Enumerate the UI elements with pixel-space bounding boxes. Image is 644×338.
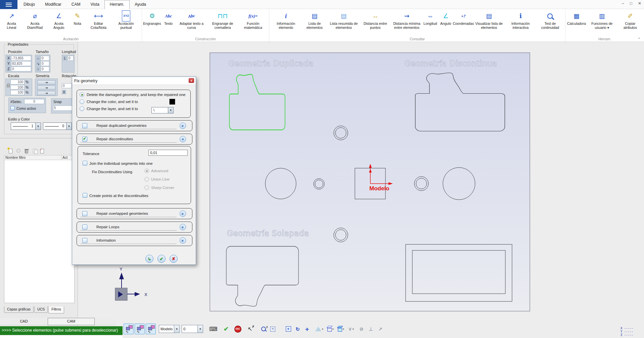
- ribbon-editar-cota-nota[interactable]: ⟷ Editar Cota/Nota: [85, 9, 112, 30]
- layer-view-toggle-2[interactable]: ∿: [135, 324, 145, 334]
- color-swatch[interactable]: [169, 99, 175, 105]
- radio-delete-damaged[interactable]: [80, 92, 84, 97]
- line-style-combo[interactable]: 1 ▼: [11, 123, 41, 130]
- mirror-vertical-button[interactable]: ⇥: [37, 91, 55, 95]
- position-value-field[interactable]: 83,825: [11, 61, 31, 66]
- delete-filter-icon[interactable]: [25, 149, 30, 154]
- repair-loops-checkbox[interactable]: [82, 225, 87, 230]
- tab-cad[interactable]: CAD: [0, 318, 48, 325]
- tab-ucs[interactable]: UCS: [34, 306, 48, 313]
- minimize-button[interactable]: –: [622, 1, 624, 6]
- radio-change-layer[interactable]: [80, 106, 84, 111]
- tolerance-field[interactable]: 0,01: [148, 150, 188, 156]
- active-layer-combo[interactable]: 0 ▼: [182, 325, 203, 333]
- radio-union-line[interactable]: [144, 177, 149, 182]
- ribbon-funcion-matematica[interactable]: f(x)= Función matemática: [238, 9, 268, 30]
- line-color-combo[interactable]: 0 ▼: [43, 123, 72, 130]
- apply-to-selection-button[interactable]: ↳: [145, 255, 153, 263]
- chevron-down-icon[interactable]: ▼: [197, 325, 203, 333]
- radio-advanced[interactable]: [144, 168, 149, 173]
- menu-vista[interactable]: Vista: [85, 0, 104, 9]
- wireframe-view-icon[interactable]: ▾: [327, 323, 334, 335]
- ribbon-nota[interactable]: ✎ Nota: [70, 9, 85, 26]
- ribbon-coordenadas[interactable]: +? Coordenadas: [453, 9, 473, 26]
- no-snap-icon[interactable]: ⊘: [358, 323, 366, 335]
- zoom-fit-icon[interactable]: +: [285, 323, 292, 335]
- ribbon-funciones-usuario[interactable]: ▥ Funciones de usuario ▾: [586, 9, 618, 30]
- menu-dibujo[interactable]: Dibujo: [18, 0, 40, 9]
- collapse-section-button[interactable]: »: [180, 136, 186, 142]
- export-filter-icon[interactable]: →: [40, 149, 46, 154]
- ribbon-acota-diam-rad[interactable]: ⌀ Acota Diam/Rad: [22, 9, 48, 30]
- ribbon-test-continuidad[interactable]: Test de continuidad: [536, 9, 564, 30]
- mirror-horizontal-button[interactable]: ⇥: [37, 80, 55, 85]
- copy-filter-icon[interactable]: [33, 149, 38, 154]
- tab-capas-graficas[interactable]: Capas gráficas: [4, 306, 34, 313]
- confirm-icon[interactable]: ✔: [223, 323, 230, 335]
- scale-lock-icon[interactable]: [7, 85, 10, 87]
- layer-view-toggle-1[interactable]: ∿: [124, 324, 134, 334]
- repair-duplicated-checkbox[interactable]: [82, 123, 87, 128]
- perpendicular-snap-icon[interactable]: ⊥: [368, 323, 375, 335]
- expand-section-button[interactable]: »: [180, 224, 186, 230]
- zoom-window-icon[interactable]: +: [270, 323, 277, 335]
- ribbon-acota-lineal[interactable]: ↗ Acota Lineal: [1, 9, 22, 30]
- measure-line-icon[interactable]: ↗: [377, 323, 384, 335]
- menu-ayuda[interactable]: Ayuda: [130, 0, 151, 9]
- position-value-field[interactable]: -73,855: [11, 56, 31, 61]
- tab-cam[interactable]: CAM: [48, 318, 95, 325]
- ribbon-adaptar-texto-curva[interactable]: Abc Adaptar texto a curva: [176, 9, 207, 30]
- new-filter-icon[interactable]: ✱: [9, 149, 14, 154]
- length-value-field[interactable]: 0: [67, 56, 74, 61]
- ribbon-acota-angulo[interactable]: ∠ Acota Angulo: [48, 9, 70, 30]
- join-segments-checkbox[interactable]: [83, 161, 87, 165]
- orbit-view-icon[interactable]: ↻: [294, 323, 302, 335]
- maximize-button[interactable]: □: [630, 1, 632, 6]
- selec-count-field[interactable]: 0: [24, 99, 44, 104]
- mirror-diagonal-button[interactable]: ⇥: [37, 86, 55, 90]
- information-checkbox[interactable]: [82, 238, 87, 243]
- tab-filtros[interactable]: Filtros: [48, 306, 64, 313]
- ribbon-engranaje-cremallera[interactable]: ⊓⊓ Engranaje de cremallera: [207, 9, 238, 30]
- filter-list[interactable]: [4, 160, 75, 303]
- chevron-down-icon[interactable]: ▼: [66, 123, 72, 130]
- expand-section-button[interactable]: »: [180, 123, 186, 129]
- size-value-field[interactable]: 0: [41, 61, 49, 66]
- command-input-strip[interactable]: [0, 335, 123, 338]
- repair-discontinuities-checkbox[interactable]: [82, 137, 87, 142]
- close-button[interactable]: ✕: [638, 1, 641, 6]
- menu-herram[interactable]: Herram.: [104, 0, 130, 9]
- snap-value-field[interactable]: 5: [53, 105, 73, 111]
- ribbon-engranajes[interactable]: ⚙ Engranajes: [143, 9, 161, 26]
- menu-modificar[interactable]: Modificar: [40, 0, 66, 9]
- ribbon-informacion-elemento[interactable]: i Información elemento: [271, 9, 301, 30]
- dialog-titlebar[interactable]: Fix geometry x: [72, 77, 196, 85]
- ribbon-distancia-minima[interactable]: ⇝ Distancia mínima entre elementos: [391, 9, 422, 30]
- esc-cancel-icon[interactable]: ESC: [234, 323, 243, 335]
- ribbon-texto[interactable]: Abc Texto: [161, 9, 176, 26]
- menu-cam[interactable]: CAM: [66, 0, 86, 9]
- radio-change-color[interactable]: [80, 99, 84, 104]
- repair-overlapped-checkbox[interactable]: [82, 211, 87, 216]
- radio-sharp-corner[interactable]: [144, 185, 149, 190]
- collapse-ribbon-chevron-icon[interactable]: ^: [638, 37, 640, 41]
- chevron-down-icon[interactable]: ▼: [174, 325, 179, 333]
- ribbon-calculadora[interactable]: ▦ Calculadora: [567, 9, 586, 26]
- axis-display-icon[interactable]: ▾: [315, 323, 324, 335]
- chevron-down-icon[interactable]: ▼: [168, 107, 173, 113]
- ribbon-copiar-atributos[interactable]: ✐ Copiar atributos: [618, 9, 643, 30]
- layer-view-toggle-3[interactable]: ∿: [146, 324, 156, 334]
- create-points-checkbox[interactable]: [83, 193, 87, 198]
- ribbon-lista-elementos[interactable]: ▤ Lista de elementos: [301, 9, 328, 30]
- keyboard-input-icon[interactable]: ⌨: [209, 323, 219, 335]
- rotation-axis-label[interactable]: X: [62, 90, 66, 94]
- size-value-field[interactable]: 0: [41, 56, 49, 61]
- zoom-in-out-icon[interactable]: ±: [260, 323, 268, 335]
- accept-button[interactable]: ✔: [157, 255, 166, 263]
- ribbon-longitud[interactable]: ⇔ Longitud: [422, 9, 438, 26]
- position-value-field[interactable]: 0: [11, 66, 31, 71]
- ribbon-distancia-puntos[interactable]: ↔ Distancia entre puntos: [360, 9, 391, 30]
- scale-value-field[interactable]: 100: [10, 85, 25, 90]
- chevron-down-icon[interactable]: ▼: [35, 123, 41, 130]
- ribbon-angulo[interactable]: ∠ Angulo: [438, 9, 453, 26]
